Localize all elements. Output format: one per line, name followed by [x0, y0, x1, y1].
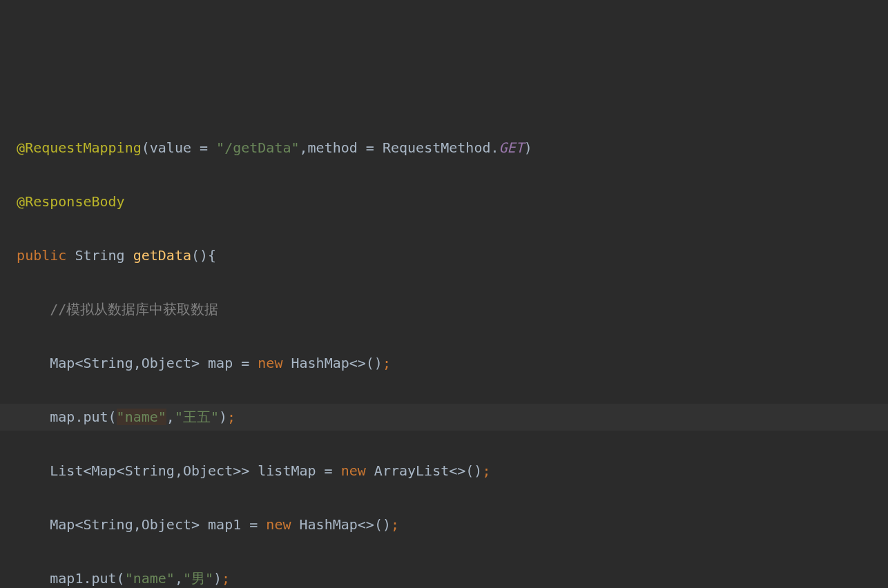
keyword: public [17, 247, 66, 264]
code-editor[interactable]: @RequestMapping(value = "/getData",metho… [0, 108, 888, 588]
string-literal: "/getData" [216, 139, 299, 156]
code-line: map1.put("name","男"); [0, 565, 888, 588]
code-line: @ResponseBody [0, 188, 888, 215]
keyword: new [258, 355, 282, 371]
string-literal: "name" [117, 409, 166, 425]
code-line: public String getData(){ [0, 242, 888, 269]
annotation: @RequestMapping [17, 139, 142, 156]
enum-constant: GET [499, 139, 524, 156]
code-line: //模拟从数据库中获取数据 [0, 296, 888, 323]
string-literal: "name" [125, 570, 175, 587]
code-line: Map<String,Object> map = new HashMap<>()… [0, 350, 888, 377]
method-declaration: getData [133, 247, 191, 264]
annotation: @ResponseBody [17, 193, 125, 210]
string-literal: "王五" [175, 409, 219, 425]
keyword: new [341, 462, 366, 479]
comment: //模拟从数据库中获取数据 [50, 301, 218, 317]
code-line: @RequestMapping(value = "/getData",metho… [0, 135, 888, 161]
code-line: Map<String,Object> map1 = new HashMap<>(… [0, 511, 888, 538]
keyword: new [266, 516, 291, 533]
string-literal: "男" [183, 570, 213, 587]
code-line: List<Map<String,Object>> listMap = new A… [0, 458, 888, 484]
code-line-highlighted: map.put("name","王五"); [0, 404, 888, 431]
